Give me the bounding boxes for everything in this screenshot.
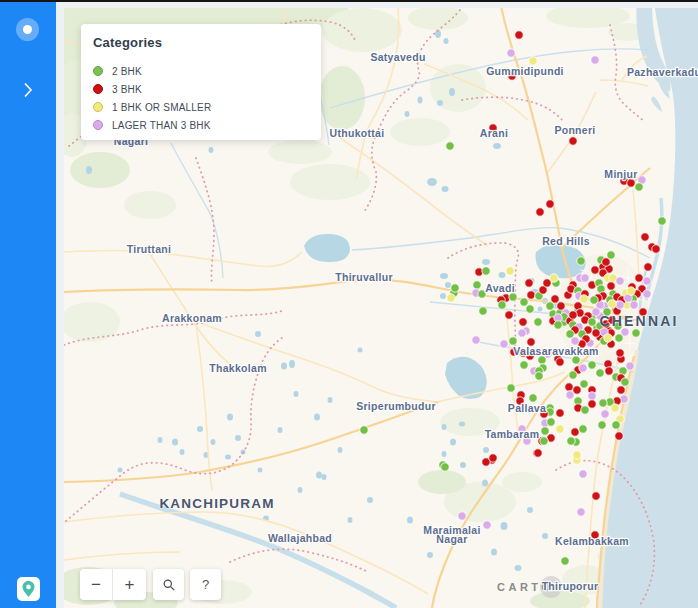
svg-text:Arani: Arani bbox=[480, 127, 508, 139]
svg-text:Tambaram: Tambaram bbox=[485, 428, 540, 440]
svg-text:KANCHIPURAM: KANCHIPURAM bbox=[159, 496, 274, 511]
svg-text:Sriperumbudur: Sriperumbudur bbox=[356, 400, 436, 412]
svg-text:Minjur: Minjur bbox=[604, 168, 637, 180]
svg-text:Nagar: Nagar bbox=[436, 533, 467, 545]
svg-text:Thiruporur: Thiruporur bbox=[542, 580, 599, 592]
svg-text:Avadi: Avadi bbox=[485, 282, 515, 294]
svg-text:Satyavedu: Satyavedu bbox=[370, 51, 425, 63]
svg-text:Valasaravakkam: Valasaravakkam bbox=[513, 345, 598, 357]
svg-text:Kelambakkam: Kelambakkam bbox=[555, 535, 629, 547]
svg-text:Red Hills: Red Hills bbox=[542, 235, 590, 247]
svg-text:Gummidipundi: Gummidipundi bbox=[486, 65, 564, 77]
svg-text:Pazhaverkadu: Pazhaverkadu bbox=[627, 66, 698, 78]
svg-text:Ponneri: Ponneri bbox=[554, 124, 595, 136]
svg-text:Pallava: Pallava bbox=[508, 402, 546, 414]
svg-text:Uthukottai: Uthukottai bbox=[330, 127, 385, 139]
svg-text:Wallajahbad: Wallajahbad bbox=[268, 532, 332, 544]
svg-text:Arakkonam: Arakkonam bbox=[162, 312, 222, 324]
svg-text:CHENNAI: CHENNAI bbox=[599, 313, 678, 329]
svg-text:Thakkolam: Thakkolam bbox=[209, 362, 267, 374]
svg-text:Thiruvallur: Thiruvallur bbox=[335, 271, 393, 283]
svg-text:Tiruttani: Tiruttani bbox=[127, 243, 172, 255]
